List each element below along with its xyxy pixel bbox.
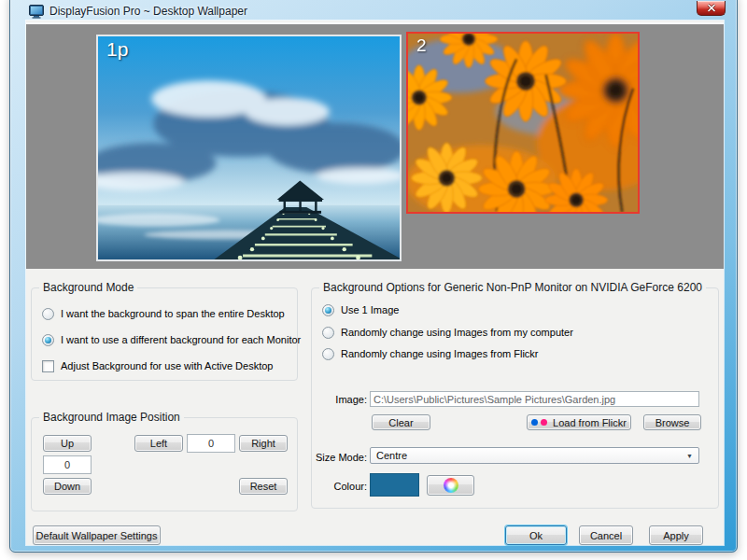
image-path-input[interactable] — [370, 391, 699, 407]
radio-span-desktop[interactable] — [42, 308, 54, 320]
option-random-computer[interactable]: Randomly change using Images from my com… — [322, 326, 573, 339]
group-background-options-title: Background Options for Generic Non-PnP M… — [319, 281, 706, 294]
radio-use-1-image[interactable] — [322, 304, 334, 316]
browse-button[interactable]: Browse — [643, 414, 701, 430]
monitor-preview-panel: 1p — [26, 22, 724, 269]
close-button[interactable] — [697, 1, 726, 16]
app-icon — [29, 5, 44, 19]
group-image-position-title: Background Image Position — [39, 411, 184, 424]
close-icon — [707, 4, 716, 12]
radio-different-per-monitor-label: I want to use a different background for… — [61, 334, 301, 345]
group-image-position: Background Image Position Up Down Left R… — [31, 417, 298, 511]
size-mode-dropdown[interactable]: Centre ▼ — [370, 447, 699, 464]
size-mode-label: Size Mode: — [312, 452, 367, 463]
checkbox-active-desktop-label: Adjust Background for use with Active De… — [61, 360, 273, 371]
apply-button[interactable]: Apply — [649, 525, 703, 545]
right-button[interactable]: Right — [239, 435, 288, 452]
titlebar[interactable]: DisplayFusion Pro ~ Desktop Wallpaper — [29, 2, 247, 21]
chevron-down-icon: ▼ — [686, 453, 693, 459]
image-path-label: Image: — [312, 394, 367, 405]
option-span-desktop[interactable]: I want the background to span the entire… — [42, 307, 285, 320]
screen: DisplayFusion Pro ~ Desktop Wallpaper — [0, 0, 747, 560]
radio-random-computer-label: Randomly change using Images from my com… — [341, 327, 573, 338]
group-background-mode: Background Mode I want the background to… — [31, 287, 298, 381]
monitor-preview-2-selected[interactable]: 2 — [406, 32, 640, 214]
radio-different-per-monitor[interactable] — [42, 334, 54, 346]
option-different-per-monitor[interactable]: I want to use a different background for… — [42, 333, 301, 346]
monitor-2-label: 2 — [416, 35, 427, 56]
window-title: DisplayFusion Pro ~ Desktop Wallpaper — [49, 5, 247, 18]
load-from-flickr-button[interactable]: Load from Flickr — [527, 414, 631, 430]
monitor-1-label: 1p — [106, 38, 128, 61]
checkbox-active-desktop[interactable] — [42, 360, 54, 372]
up-button[interactable]: Up — [43, 435, 92, 452]
monitor-preview-1[interactable]: 1p — [96, 35, 402, 261]
option-use-1-image[interactable]: Use 1 Image — [322, 303, 399, 316]
radio-span-desktop-label: I want the background to span the entire… — [61, 308, 285, 319]
colour-label: Colour: — [312, 481, 367, 492]
flowers-wallpaper-image — [408, 34, 638, 212]
cancel-button[interactable]: Cancel — [579, 525, 633, 545]
radio-random-flickr-label: Randomly change using Images from Flickr — [341, 348, 539, 359]
group-background-options: Background Options for Generic Non-PnP M… — [311, 287, 719, 509]
load-from-flickr-label: Load from Flickr — [553, 417, 627, 428]
left-button[interactable]: Left — [134, 435, 183, 452]
colour-wheel-icon — [444, 478, 458, 493]
option-random-flickr[interactable]: Randomly change using Images from Flickr — [322, 347, 539, 360]
down-button[interactable]: Down — [43, 478, 92, 495]
size-mode-value: Centre — [376, 450, 407, 461]
reset-button[interactable]: Reset — [239, 478, 288, 495]
dialog-client-area: 1p — [26, 21, 724, 545]
radio-random-flickr[interactable] — [322, 348, 334, 360]
option-active-desktop[interactable]: Adjust Background for use with Active De… — [42, 359, 273, 372]
default-wallpaper-settings-button[interactable]: Default Wallpaper Settings — [33, 525, 161, 545]
flickr-dots-icon — [531, 419, 547, 426]
clear-button[interactable]: Clear — [372, 414, 430, 430]
radio-random-computer[interactable] — [322, 327, 334, 339]
radio-use-1-image-label: Use 1 Image — [341, 304, 399, 315]
group-background-mode-title: Background Mode — [39, 281, 137, 294]
ok-button[interactable]: Ok — [505, 525, 567, 545]
colour-picker-button[interactable] — [427, 475, 474, 496]
pier-wallpaper-image — [98, 36, 400, 259]
vertical-offset-input[interactable] — [43, 455, 92, 474]
colour-swatch[interactable] — [370, 473, 419, 497]
horizontal-offset-input[interactable] — [187, 434, 235, 453]
